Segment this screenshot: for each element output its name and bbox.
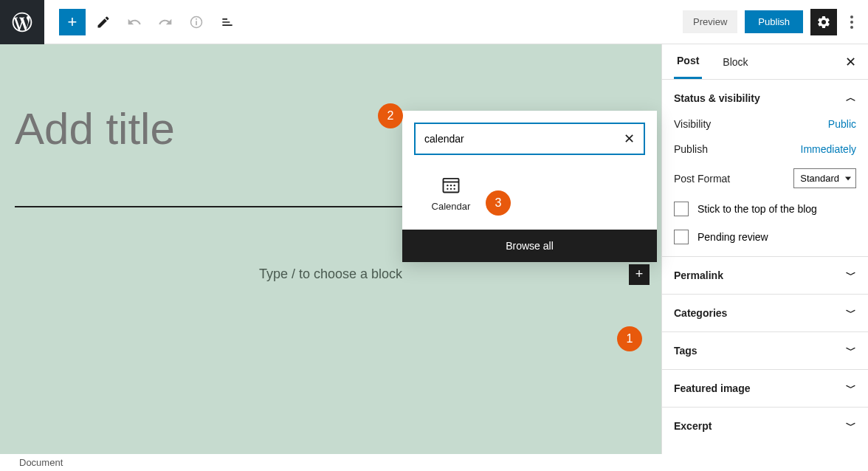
wordpress-logo[interactable]: [0, 0, 44, 44]
panel-title: Tags: [674, 345, 698, 357]
edit-tool-button[interactable]: [90, 9, 117, 35]
document-breadcrumb[interactable]: Document: [19, 457, 63, 468]
close-sidebar-button[interactable]: ✕: [845, 54, 856, 70]
add-block-button[interactable]: +: [59, 9, 86, 35]
panel-permalink-header[interactable]: Permalink ﹀: [674, 269, 856, 282]
panel-tags: Tags ﹀: [662, 332, 868, 370]
inserter-results: Calendar: [402, 167, 657, 230]
wordpress-icon: [10, 10, 34, 34]
block-placeholder-row[interactable]: Type / to choose a block +: [0, 267, 661, 282]
stick-label: Stick to the top of the blog: [698, 203, 817, 215]
info-icon: [189, 15, 204, 30]
visibility-value[interactable]: Public: [828, 118, 856, 130]
svg-point-5: [850, 26, 853, 29]
inserter-search-input[interactable]: [414, 123, 645, 155]
block-placeholder-text: Type / to choose a block: [259, 267, 402, 281]
chevron-down-icon: ﹀: [846, 419, 856, 433]
panel-title: Permalink: [674, 269, 723, 281]
more-options-button[interactable]: [844, 9, 859, 35]
publish-button[interactable]: Publish: [745, 10, 803, 33]
post-format-select[interactable]: Standard: [793, 168, 856, 188]
panel-categories: Categories ﹀: [662, 295, 868, 332]
inserter-clear-button[interactable]: ✕: [621, 131, 636, 146]
publish-value[interactable]: Immediately: [801, 143, 856, 155]
block-option-calendar[interactable]: Calendar: [414, 174, 488, 212]
svg-point-10: [454, 185, 455, 186]
tab-post[interactable]: Post: [674, 44, 702, 79]
post-format-label: Post Format: [674, 173, 730, 185]
svg-rect-2: [196, 18, 197, 20]
panel-title: Excerpt: [674, 420, 712, 432]
panel-excerpt-header[interactable]: Excerpt ﹀: [674, 419, 856, 433]
tab-block[interactable]: Block: [720, 46, 751, 78]
svg-point-8: [447, 185, 448, 186]
panel-featured-image: Featured image ﹀: [662, 370, 868, 408]
visibility-label: Visibility: [674, 118, 711, 130]
svg-point-12: [450, 188, 452, 190]
svg-point-13: [454, 188, 455, 190]
block-option-label: Calendar: [414, 201, 488, 212]
panel-status-visibility-body: Visibility Public Publish Immediately Po…: [674, 118, 856, 244]
svg-rect-1: [196, 21, 197, 25]
calendar-icon: [441, 174, 461, 195]
panel-status-visibility-header[interactable]: Status & visibility ︿: [674, 92, 856, 105]
gear-icon: [816, 15, 831, 30]
info-button[interactable]: [183, 9, 210, 35]
sidebar-tabs: Post Block ✕: [662, 44, 868, 80]
redo-icon: [158, 15, 173, 30]
browse-all-button[interactable]: Browse all: [402, 230, 657, 262]
svg-point-4: [850, 21, 853, 24]
stick-checkbox[interactable]: [674, 202, 689, 216]
panel-status-visibility: Status & visibility ︿ Visibility Public …: [662, 80, 868, 257]
panel-title: Featured image: [674, 382, 750, 394]
publish-label: Publish: [674, 143, 708, 155]
list-view-icon: [220, 15, 235, 30]
top-toolbar: + Preview Publish: [0, 0, 868, 44]
outline-button[interactable]: [214, 9, 241, 35]
svg-point-9: [450, 185, 452, 186]
chevron-up-icon: ︿: [846, 92, 856, 105]
panel-tags-header[interactable]: Tags ﹀: [674, 344, 856, 357]
annotation-badge-1: 1: [617, 326, 642, 351]
svg-point-3: [850, 16, 853, 18]
annotation-badge-2: 2: [378, 103, 403, 128]
settings-button[interactable]: [810, 9, 837, 35]
panel-featured-image-header[interactable]: Featured image ﹀: [674, 382, 856, 395]
block-inserter-popover: ✕ Calendar Browse all: [402, 111, 657, 262]
annotation-badge-3: 3: [486, 190, 511, 216]
bottom-bar: Document: [0, 454, 661, 471]
settings-sidebar: Post Block ✕ Status & visibility ︿ Visib…: [661, 44, 868, 454]
panel-categories-header[interactable]: Categories ﹀: [674, 306, 856, 320]
toolbar-right-group: Preview Publish: [683, 9, 859, 35]
chevron-down-icon: ﹀: [846, 344, 856, 357]
chevron-down-icon: ﹀: [846, 306, 856, 320]
svg-point-11: [447, 188, 448, 190]
redo-button[interactable]: [152, 9, 179, 35]
preview-button[interactable]: Preview: [683, 10, 737, 33]
pending-label: Pending review: [698, 231, 768, 243]
panel-title: Status & visibility: [674, 92, 760, 104]
panel-excerpt: Excerpt ﹀: [662, 408, 868, 444]
kebab-icon: [850, 16, 853, 29]
undo-icon: [127, 15, 142, 30]
chevron-down-icon: ﹀: [846, 382, 856, 395]
pencil-icon: [96, 15, 111, 30]
pending-checkbox[interactable]: [674, 230, 689, 244]
panel-permalink: Permalink ﹀: [662, 257, 868, 295]
chevron-down-icon: ﹀: [846, 269, 856, 282]
toolbar-left-group: +: [59, 9, 241, 35]
inline-add-block-button[interactable]: +: [629, 264, 650, 285]
panel-title: Categories: [674, 307, 727, 319]
undo-button[interactable]: [121, 9, 148, 35]
inserter-search-wrap: ✕: [402, 111, 657, 167]
